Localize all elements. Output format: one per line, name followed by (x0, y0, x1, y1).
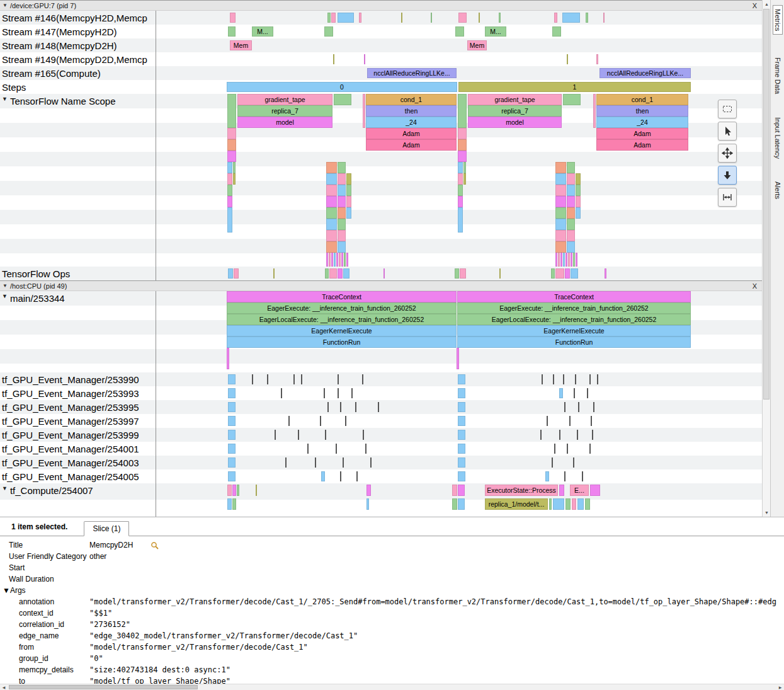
trace-slice[interactable] (346, 185, 351, 196)
trace-slice[interactable]: Adam (366, 128, 457, 139)
trace-slice[interactable] (458, 498, 465, 510)
row-label-name-scope[interactable]: ▼ TensorFlow Name Scope (0, 94, 156, 267)
collapse-arrow-icon[interactable]: ▼ (3, 3, 8, 8)
trace-slice[interactable] (555, 196, 566, 207)
trace-slice[interactable] (458, 173, 463, 185)
trace-slice[interactable] (326, 230, 337, 241)
trace-slice[interactable] (338, 388, 339, 398)
trace-slice[interactable] (499, 13, 501, 23)
trace-slice[interactable] (574, 388, 575, 398)
trace-slice[interactable] (343, 268, 349, 279)
trace-slice[interactable] (567, 185, 575, 196)
trace-slice[interactable] (362, 374, 363, 384)
trace-slice[interactable] (577, 498, 584, 510)
trace-slice[interactable] (346, 196, 351, 207)
trace-slice[interactable] (340, 402, 341, 412)
trace-slice[interactable] (228, 402, 236, 412)
trace-slice[interactable] (589, 374, 591, 384)
trace-slice[interactable]: then (596, 105, 688, 117)
trace-slice[interactable] (458, 151, 467, 162)
trace-slice[interactable] (585, 498, 590, 510)
row-label-tf-compute[interactable]: ▼ tf_Compute/254007 (0, 483, 156, 517)
timing-tool-button[interactable] (718, 188, 737, 207)
trace-slice[interactable]: FunctionRun (227, 336, 457, 348)
trace-slice[interactable] (458, 162, 463, 173)
trace-slice[interactable] (227, 173, 232, 185)
trace-slice[interactable] (591, 416, 592, 426)
trace-slice[interactable] (458, 471, 465, 481)
trace-slice[interactable] (555, 173, 566, 185)
trace-slice[interactable]: Adam (596, 128, 688, 139)
horizontal-scrollbar-thumb[interactable] (9, 685, 198, 689)
trace-slice[interactable]: E... (570, 485, 589, 496)
trace-slice[interactable] (554, 13, 557, 23)
trace-slice[interactable] (586, 13, 588, 23)
trace-slice[interactable] (576, 196, 581, 207)
trace-slice[interactable] (573, 253, 575, 267)
trace-slice[interactable] (555, 268, 564, 279)
trace-slice[interactable] (325, 268, 329, 279)
trace-slice[interactable] (560, 253, 562, 267)
trace-slice[interactable] (567, 241, 575, 253)
trace-slice[interactable]: model (468, 117, 562, 128)
trace-slice[interactable] (564, 471, 565, 481)
trace-slice[interactable] (592, 430, 593, 440)
trace-slice[interactable] (555, 253, 557, 267)
trace-slice[interactable] (227, 151, 236, 162)
trace-slice[interactable]: replica_7 (468, 105, 562, 117)
trace-slice[interactable] (555, 230, 566, 241)
trace-slice[interactable] (554, 444, 555, 454)
trace-slice[interactable] (228, 457, 236, 468)
trace-slice[interactable]: then (366, 105, 457, 117)
trace-slice[interactable] (227, 348, 229, 369)
trace-slice[interactable]: model (237, 117, 332, 128)
trace-slice[interactable]: 0 (227, 82, 457, 92)
trace-slice[interactable] (336, 444, 337, 454)
trace-slice[interactable] (597, 374, 598, 384)
trace-slice[interactable] (567, 162, 575, 173)
trace-slice[interactable]: cond_1 (596, 94, 688, 105)
trace-slice[interactable] (364, 54, 365, 64)
tab-slice[interactable]: Slice (1) (84, 521, 129, 536)
trace-slice[interactable] (256, 485, 257, 496)
trace-slice[interactable] (334, 94, 351, 105)
trace-slice[interactable] (565, 268, 570, 279)
trace-slice[interactable]: gradient_tape (468, 94, 562, 105)
trace-slice[interactable] (458, 416, 465, 426)
trace-slice[interactable] (336, 253, 338, 267)
trace-slice[interactable] (578, 402, 579, 412)
trace-slice[interactable] (605, 268, 606, 279)
trace-slice[interactable] (338, 13, 354, 23)
vertical-scrollbar-thumb[interactable] (763, 9, 770, 400)
trace-slice[interactable] (553, 498, 564, 510)
trace-slice[interactable] (551, 268, 555, 279)
trace-slice[interactable] (559, 430, 560, 440)
trace-slice[interactable] (589, 444, 591, 454)
trace-slice[interactable] (359, 13, 361, 23)
trace-slice[interactable] (431, 13, 432, 23)
tab-metrics[interactable]: Metrics (773, 5, 783, 35)
tab-alerts[interactable]: Alerts (774, 181, 781, 199)
trace-slice[interactable] (315, 457, 316, 468)
trace-slice[interactable] (329, 253, 331, 267)
trace-slice[interactable] (458, 139, 467, 151)
trace-slice[interactable]: TraceContext (227, 291, 457, 302)
trace-slice[interactable] (227, 485, 232, 496)
trace-slice[interactable] (228, 416, 236, 426)
trace-slice[interactable] (339, 253, 341, 267)
tab-frame-data[interactable]: Frame Data (774, 57, 781, 94)
trace-slice[interactable]: cond_1 (366, 94, 457, 105)
trace-slice[interactable] (346, 253, 348, 267)
trace-slice[interactable] (228, 268, 233, 279)
trace-slice[interactable] (549, 498, 552, 510)
trace-slice[interactable]: gradient_tape (237, 94, 332, 105)
trace-slice[interactable]: EagerLocalExecute: __inference_train_fun… (227, 314, 457, 325)
trace-slice[interactable]: Adam (366, 139, 457, 151)
trace-slice[interactable]: EagerKernelExecute (227, 325, 457, 336)
trace-slice[interactable] (576, 207, 581, 219)
trace-slice[interactable] (567, 196, 575, 207)
trace-slice[interactable] (355, 402, 356, 412)
trace-slice[interactable] (326, 253, 328, 267)
trace-slice[interactable] (331, 253, 333, 267)
trace-slice[interactable] (307, 444, 309, 454)
